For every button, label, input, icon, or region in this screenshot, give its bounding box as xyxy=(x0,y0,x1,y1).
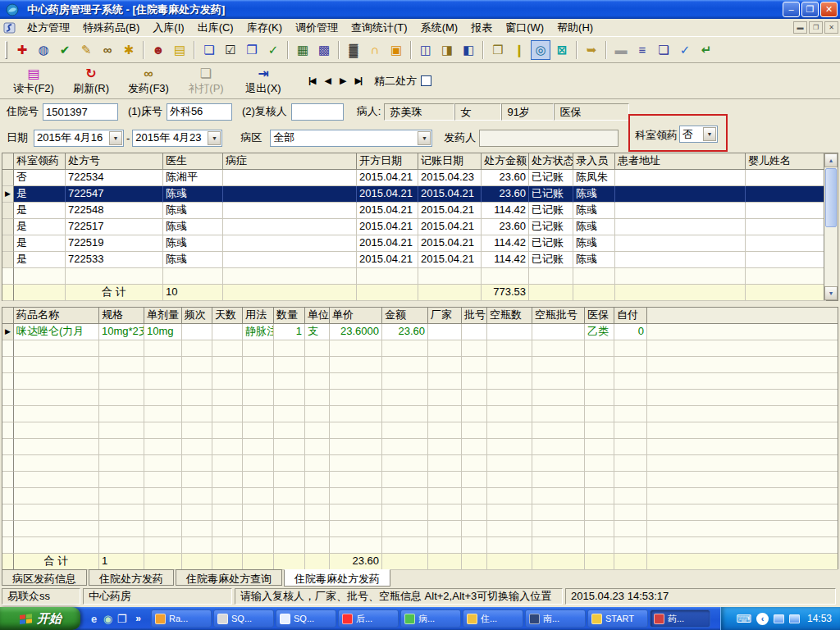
admission-no-input[interactable] xyxy=(43,103,118,121)
person-audit-icon[interactable]: ☻ xyxy=(148,40,168,60)
folder-out-icon[interactable]: ➥ xyxy=(582,40,601,60)
restore-button[interactable]: ❐ xyxy=(801,2,819,17)
network-icon[interactable] xyxy=(774,614,784,623)
column-header[interactable]: 单位 xyxy=(305,308,330,324)
scrollbar-thumb[interactable] xyxy=(825,168,837,227)
scroll-up-icon[interactable]: ▲ xyxy=(824,153,838,167)
tab-住院毒麻处方发药[interactable]: 住院毒麻处方发药 xyxy=(284,569,390,587)
table-row[interactable]: 否722534陈湘平2015.04.212015.04.2323.60已记账陈凤… xyxy=(2,170,824,186)
menu-item[interactable]: 系统(M) xyxy=(414,19,465,37)
menu-item[interactable]: 处方管理 xyxy=(21,19,76,37)
table-edit-icon[interactable]: ▦ xyxy=(293,40,313,60)
read-card-button[interactable]: ▤读卡(F2) xyxy=(5,65,62,98)
trash-can-icon[interactable]: ◫ xyxy=(416,40,436,60)
column-header[interactable]: 录入员 xyxy=(573,153,615,170)
document-check-icon[interactable]: ✓ xyxy=(263,40,283,60)
menu-item[interactable]: 查询统计(T) xyxy=(345,19,414,37)
column-header[interactable]: 处方状态 xyxy=(529,153,573,170)
column-header[interactable]: 金额 xyxy=(382,308,428,324)
close-box-icon[interactable]: ⊠ xyxy=(552,40,572,60)
column-header[interactable]: 空瓶数 xyxy=(487,308,532,324)
edit-note-icon[interactable]: ✎ xyxy=(76,40,96,60)
column-header[interactable]: 处方金额 xyxy=(482,153,529,170)
first-aid-kit-icon[interactable]: ✚ xyxy=(12,40,32,60)
nav-arrow-icon[interactable]: |◀ xyxy=(304,75,320,86)
dispense-button[interactable]: ∞发药(F3) xyxy=(120,65,177,98)
menu-item[interactable]: 出库(C) xyxy=(191,19,240,37)
task-button[interactable]: SQ... xyxy=(276,609,336,628)
task-button[interactable]: 病... xyxy=(400,609,461,628)
exit-button[interactable]: ⇥退出(X) xyxy=(235,65,292,98)
nav-arrow-icon[interactable]: ▶| xyxy=(349,75,366,86)
cascade-windows-icon[interactable]: ❏ xyxy=(654,40,673,60)
menu-item[interactable]: 调价管理 xyxy=(289,19,345,37)
column-header[interactable]: 批号 xyxy=(462,308,487,324)
dept-dispense-combo[interactable]: 否 ▼ xyxy=(679,126,718,143)
column-header[interactable]: 病症 xyxy=(223,153,357,170)
column-header[interactable]: 数量 xyxy=(274,308,305,324)
network-icon[interactable] xyxy=(789,614,800,623)
column-header[interactable]: 规格 xyxy=(99,308,144,324)
column-header[interactable]: 医生 xyxy=(163,153,223,170)
menu-item[interactable]: 报表 xyxy=(464,19,499,37)
collapse-tray-icon[interactable]: ‹ xyxy=(756,613,769,625)
table-row[interactable]: 是722533陈彧2015.04.212015.04.21114.42已记账陈彧 xyxy=(2,252,824,268)
split-view-icon[interactable]: ≡ xyxy=(632,40,652,60)
column-header[interactable]: 药品名称 xyxy=(14,308,99,324)
clipboard-add-icon[interactable]: ❏ xyxy=(199,40,219,60)
menu-item[interactable]: 帮助(H) xyxy=(550,19,600,37)
close-button[interactable]: ✕ xyxy=(820,2,838,17)
column-header[interactable]: 患者地址 xyxy=(615,153,746,170)
minimize-button[interactable]: – xyxy=(783,2,800,17)
tab-病区发药信息[interactable]: 病区发药信息 xyxy=(2,569,87,586)
menu-item[interactable]: 特殊药品(B) xyxy=(76,19,146,37)
date-from-combo[interactable]: 2015年 4月16 ▼ xyxy=(34,130,124,147)
column-header[interactable]: 单剂量 xyxy=(144,308,182,324)
column-header[interactable]: 厂家 xyxy=(428,308,462,324)
folder-search-icon[interactable]: ◨ xyxy=(437,40,457,60)
nav-arrow-icon[interactable]: ▶ xyxy=(335,75,349,86)
refresh-button[interactable]: ↻刷新(R) xyxy=(62,65,120,98)
mdi-restore-icon[interactable]: ❐ xyxy=(809,21,823,34)
keyboard-icon[interactable]: ⌨ xyxy=(736,614,751,624)
binoculars-icon[interactable]: ∞ xyxy=(98,40,117,60)
column-header[interactable]: 记账日期 xyxy=(418,153,482,170)
column-header[interactable]: 科室领药 xyxy=(14,153,66,170)
mdi-close-icon[interactable]: ✕ xyxy=(824,21,838,34)
column-header[interactable]: 天数 xyxy=(212,308,243,324)
scroll-down-icon[interactable]: ▼ xyxy=(824,286,838,300)
menu-item[interactable]: 窗口(W) xyxy=(499,19,550,37)
table-row[interactable]: ▶是722547陈彧2015.04.212015.04.2123.60已记账陈彧 xyxy=(2,186,824,203)
internet-explorer-icon[interactable]: e xyxy=(87,610,101,627)
task-button[interactable]: Ra... xyxy=(151,609,212,628)
pixel-grid-icon[interactable]: ▓ xyxy=(344,40,363,60)
book-disabled-icon[interactable]: ▬ xyxy=(611,40,631,60)
checker-input[interactable] xyxy=(291,103,344,121)
task-button[interactable]: 南... xyxy=(525,609,586,628)
jing2-checkbox[interactable] xyxy=(421,75,431,86)
chevron-down-icon[interactable]: ▼ xyxy=(208,131,221,145)
task-button[interactable]: START xyxy=(587,609,648,628)
cash-box-icon[interactable]: ▣ xyxy=(386,40,406,60)
window-search-icon[interactable]: ◧ xyxy=(459,40,478,60)
table-row[interactable]: 是722548陈彧2015.04.212015.04.21114.42已记账陈彧 xyxy=(2,203,824,219)
tab-住院毒麻处方查询[interactable]: 住院毒麻处方查询 xyxy=(176,569,282,586)
column-header[interactable]: 处方号 xyxy=(66,153,163,170)
task-button[interactable]: 住... xyxy=(463,609,523,628)
table-row[interactable]: ▶咪达唑仑(力月10mg*2支10mg静脉注1支23.600023.60乙类0 xyxy=(2,324,838,340)
new-card-icon[interactable]: ▤ xyxy=(170,40,189,60)
show-desktop-icon[interactable]: ❐ xyxy=(115,610,129,627)
column-header[interactable]: 频次 xyxy=(182,308,212,324)
mdi-minimize-icon[interactable]: ▬ xyxy=(793,21,807,34)
column-header[interactable]: 医保 xyxy=(585,308,614,324)
nav-arrow-icon[interactable]: ◀ xyxy=(320,75,335,86)
start-button[interactable]: 开始 xyxy=(0,607,80,630)
column-header[interactable]: 开方日期 xyxy=(357,153,418,170)
bed-no-input[interactable] xyxy=(167,103,232,121)
dispenser-input[interactable] xyxy=(479,130,619,147)
date-to-combo[interactable]: 2015年 4月23 ▼ xyxy=(132,130,222,147)
table-row[interactable]: 是722517陈彧2015.04.212015.04.2123.60已记账陈彧 xyxy=(2,219,824,235)
document-verify-icon[interactable]: ✓ xyxy=(675,40,695,60)
clipboard-copy-icon[interactable]: ❐ xyxy=(242,40,262,60)
task-button[interactable]: SQ... xyxy=(213,609,274,628)
